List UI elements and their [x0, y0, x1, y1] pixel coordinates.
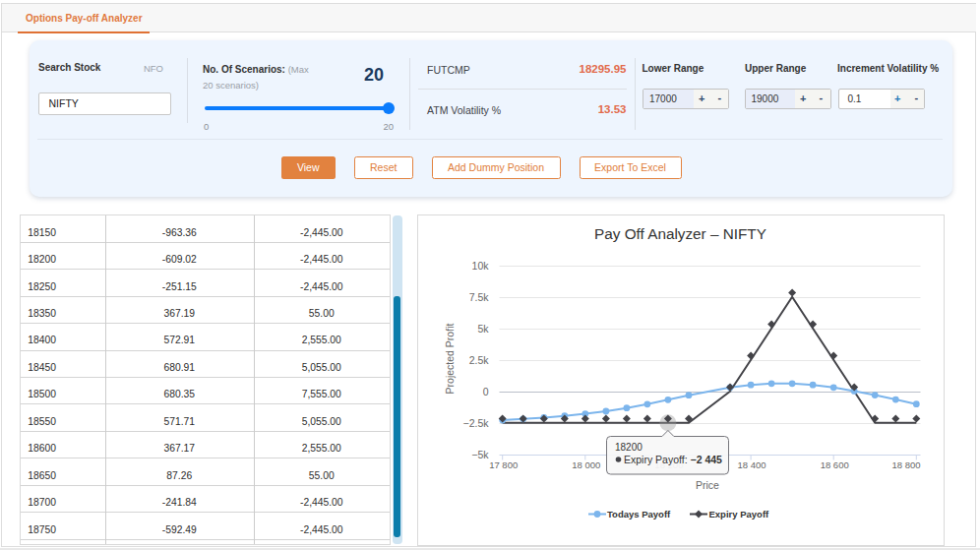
svg-text:Projected Profit: Projected Profit: [444, 323, 456, 394]
svg-text:18 600: 18 600: [820, 459, 848, 470]
svg-text:Price: Price: [696, 478, 719, 490]
svg-text:5k: 5k: [477, 323, 489, 335]
svg-text:18 800: 18 800: [891, 459, 920, 470]
svg-text:Expiry Payoff: Expiry Payoff: [708, 509, 769, 519]
svg-text:7.5k: 7.5k: [468, 291, 489, 303]
svg-text:−2.5k: −2.5k: [462, 417, 489, 429]
svg-text:Expiry Payoff: −2 445: Expiry Payoff: −2 445: [624, 453, 722, 464]
svg-text:18200: 18200: [615, 441, 643, 452]
svg-text:0: 0: [482, 386, 488, 397]
svg-text:−5k: −5k: [471, 449, 489, 460]
svg-text:Todays Payoff: Todays Payoff: [607, 509, 671, 519]
svg-text:18 400: 18 400: [737, 459, 766, 470]
svg-text:2.5k: 2.5k: [468, 354, 489, 366]
svg-text:Pay Off Analyzer – NIFTY: Pay Off Analyzer – NIFTY: [594, 225, 766, 242]
svg-text:10k: 10k: [471, 260, 489, 272]
svg-text:17 800: 17 800: [489, 459, 518, 470]
svg-text:18 000: 18 000: [572, 459, 600, 470]
